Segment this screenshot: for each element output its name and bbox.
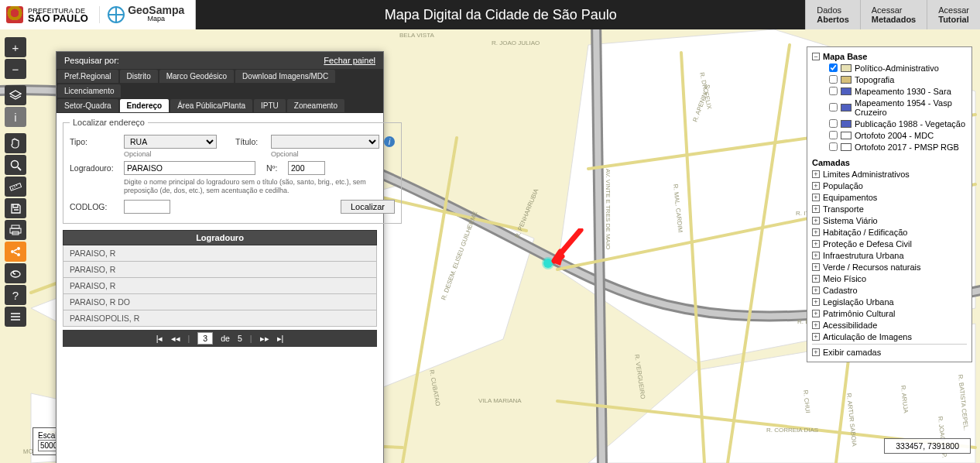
grid-row[interactable]: PARAISO, R <box>63 262 377 278</box>
pager-current[interactable]: 3 <box>197 332 213 345</box>
base-layer-item[interactable]: Ortofoto 2017 - PMSP RGB <box>829 141 967 153</box>
grid-row[interactable]: PARAISO, R DO <box>63 294 377 310</box>
share-button[interactable] <box>5 242 26 262</box>
grid-row[interactable]: PARAISO, R <box>63 245 377 262</box>
base-layer-checkbox[interactable] <box>829 131 838 139</box>
layers-button[interactable] <box>5 85 26 105</box>
pager-prev[interactable]: ◂◂ <box>171 334 180 343</box>
expand-icon[interactable]: + <box>812 217 820 225</box>
camadas-node[interactable]: Camadas <box>812 156 967 168</box>
logradouro-input[interactable] <box>124 161 255 175</box>
menu-button[interactable] <box>5 307 26 327</box>
tab-pref-regional[interactable]: Pref.Regional <box>57 70 118 83</box>
base-layer-item[interactable]: Topografia <box>829 74 967 85</box>
exibir-camadas-label: Exibir camadas <box>823 348 967 357</box>
tab-area-publica[interactable]: Área Pública/Planta <box>170 99 252 112</box>
expand-icon[interactable]: + <box>812 333 820 341</box>
help-button[interactable]: ? <box>5 285 26 305</box>
expand-icon[interactable]: + <box>812 240 820 248</box>
tab-iptu[interactable]: IPTU <box>254 99 286 112</box>
expand-icon[interactable]: + <box>812 275 820 283</box>
base-layer-checkbox[interactable] <box>829 63 838 72</box>
feedback-button[interactable] <box>5 263 26 283</box>
tab-licenciamento[interactable]: Licenciamento <box>57 84 121 98</box>
camada-item[interactable]: +Articulação de Imagens <box>812 331 967 342</box>
camada-item[interactable]: +Transporte <box>812 203 967 214</box>
camada-item[interactable]: +Habitação / Edificação <box>812 226 967 238</box>
mapa-base-node[interactable]: − Mapa Base <box>812 50 967 62</box>
camada-item[interactable]: +Equipamentos <box>812 191 967 203</box>
tab-endereco[interactable]: Endereço <box>120 99 170 112</box>
expand-icon[interactable]: + <box>812 205 820 213</box>
titulo-select[interactable] <box>271 135 379 149</box>
camada-item[interactable]: +Legislação Urbana <box>812 296 967 307</box>
close-panel-link[interactable]: Fechar painel <box>324 56 375 65</box>
expand-icon[interactable]: + <box>812 228 820 236</box>
camada-item[interactable]: +Acessibilidade <box>812 319 967 331</box>
grid-row[interactable]: PARAISOPOLIS, R <box>63 310 377 327</box>
exibir-camadas-row[interactable]: + Exibir camadas <box>812 344 967 358</box>
header-link-tutorial[interactable]: Acessar Tutorial <box>927 0 980 29</box>
pan-hand-button[interactable] <box>5 133 26 153</box>
tab-distrito[interactable]: Distrito <box>120 70 158 83</box>
camada-item[interactable]: +Sistema Viário <box>812 214 967 226</box>
search-tool-button[interactable] <box>5 155 26 175</box>
expand-icon[interactable]: + <box>812 263 820 271</box>
base-layer-item[interactable]: Político-Administrativo <box>829 62 967 74</box>
header-link-metadados[interactable]: Acessar Metadados <box>860 0 927 29</box>
svg-text:R. JOAO JULIAO: R. JOAO JULIAO <box>492 39 540 46</box>
save-button[interactable] <box>5 198 26 218</box>
info-button[interactable]: i <box>5 107 26 127</box>
camada-item[interactable]: +População <box>812 180 967 191</box>
zoom-in-button[interactable]: + <box>5 37 26 57</box>
left-toolbar: + − i ? <box>5 37 26 327</box>
header-link-dados-abertos[interactable]: Dados Abertos <box>805 0 860 29</box>
base-layer-checkbox[interactable] <box>829 103 838 111</box>
base-layer-item[interactable]: Mapeamento 1954 - Vasp Cruzeiro <box>829 97 967 118</box>
expand-icon[interactable]: + <box>812 298 820 306</box>
print-button[interactable] <box>5 220 26 240</box>
svg-text:R. CORREIA DIAS: R. CORREIA DIAS <box>766 427 818 434</box>
expand-icon[interactable]: + <box>812 321 820 329</box>
base-layer-checkbox[interactable] <box>829 119 838 128</box>
camada-item[interactable]: +Limites Administrativos <box>812 168 967 180</box>
camada-item[interactable]: +Verde / Recursos naturais <box>812 261 967 273</box>
measure-button[interactable] <box>5 177 26 197</box>
help-icon[interactable]: i <box>384 136 395 147</box>
expand-icon[interactable]: + <box>812 286 820 294</box>
tipo-select[interactable]: RUA <box>124 135 217 149</box>
base-layer-checkbox[interactable] <box>829 87 838 95</box>
zoom-out-button[interactable]: − <box>5 59 26 79</box>
codlog-input[interactable] <box>124 200 170 214</box>
expand-icon[interactable]: + <box>812 252 820 259</box>
camada-item[interactable]: +Proteção e Defesa Civil <box>812 238 967 249</box>
expand-icon[interactable]: + <box>812 194 820 201</box>
tab-setor-quadra[interactable]: Setor-Quadra <box>57 99 118 112</box>
pager-first[interactable]: |◂ <box>156 334 163 343</box>
camada-item[interactable]: +Infraestrutura Urbana <box>812 249 967 261</box>
pager-last[interactable]: ▸| <box>277 334 284 343</box>
camada-item[interactable]: +Meio Físico <box>812 273 967 284</box>
base-layer-item[interactable]: Ortofoto 2004 - MDC <box>829 129 967 141</box>
tab-zoneamento[interactable]: Zoneamento <box>287 99 344 112</box>
expand-icon[interactable]: + <box>812 348 820 356</box>
tab-marco-geodesico[interactable]: Marco Geodésico <box>159 70 234 83</box>
base-layer-label: Político-Administrativo <box>855 63 967 73</box>
base-layer-checkbox[interactable] <box>829 75 838 84</box>
tab-download-imagens[interactable]: Download Imagens/MDC <box>235 70 335 83</box>
base-layer-item[interactable]: Mapeamento 1930 - Sara <box>829 85 967 97</box>
camada-item[interactable]: +Cadastro <box>812 284 967 296</box>
collapse-icon[interactable]: − <box>812 53 820 60</box>
header-links: Dados Abertos Acessar Metadados Acessar … <box>805 0 980 29</box>
base-layer-checkbox[interactable] <box>829 142 838 151</box>
pager-next[interactable]: ▸▸ <box>260 334 269 343</box>
numero-input[interactable] <box>288 161 325 175</box>
expand-icon[interactable]: + <box>812 182 820 190</box>
camada-label: Verde / Recursos naturais <box>823 262 967 272</box>
grid-row[interactable]: PARAISO, R <box>63 278 377 294</box>
expand-icon[interactable]: + <box>812 310 820 317</box>
camada-item[interactable]: +Patrimônio Cultural <box>812 307 967 319</box>
expand-icon[interactable]: + <box>812 170 820 178</box>
base-layer-item[interactable]: Publicação 1988 - Vegetação <box>829 118 967 129</box>
localizar-button[interactable]: Localizar <box>341 200 395 214</box>
